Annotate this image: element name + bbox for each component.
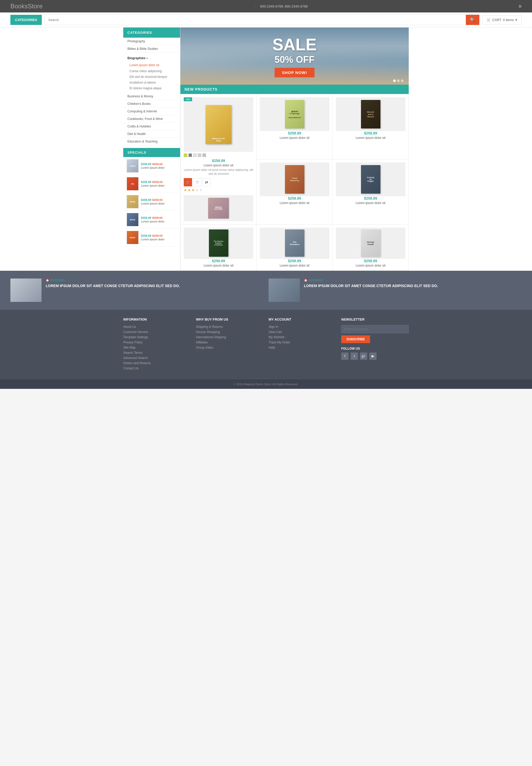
sidebar-subitem-et[interactable]: Et dolore magna alique (123, 85, 180, 91)
footer-link-orders[interactable]: Orders and Returns (123, 361, 191, 365)
sidebar-item-bibles[interactable]: Bibles & Bible Studies (123, 45, 180, 53)
swatch-yellow[interactable] (184, 153, 187, 157)
sidebar-item-cookbooks[interactable]: Cookbooks, Food & Wine (123, 115, 180, 123)
swatch-light3[interactable] (202, 153, 206, 157)
footer-my-account: MY ACCOUNT Sign In View Cart My Wishlist… (269, 317, 336, 372)
product-jesus-price: $258.89 (260, 131, 329, 135)
product-jesus-name: Lorem ipsum dolor sit (260, 136, 329, 140)
footer-link-secure[interactable]: Secure Shopping (196, 330, 263, 334)
content-area: SALE 50% OFF SHOP NOW! NEW PRODUCTS new (180, 28, 409, 271)
hamburger-menu[interactable]: ≡ (519, 3, 522, 9)
sidebar-subitem-lorem[interactable]: Lorem ipsum dolor sit (123, 62, 180, 68)
footer-link-sitemap[interactable]: Site Map (123, 346, 191, 349)
special-img-3: BOOK (126, 195, 139, 208)
footer-link-affiliates[interactable]: Affiliates (196, 341, 263, 344)
special-price-old-4: $258.96 (152, 216, 163, 219)
blog-content-2: ⏰ 01/11/2015 LOREM IPSUM DOLOR SIT AMET … (304, 279, 438, 289)
product-outsiders-img: TheOutsiders (260, 228, 329, 259)
featured-compare[interactable]: ⇄ (202, 178, 211, 186)
footer-link-contact[interactable]: Contact Us (123, 367, 191, 370)
hero-banner: SALE 50% OFF SHOP NOW! (180, 28, 409, 85)
featured-desc: Lorem ipsum dolor sit amet conse cletur … (184, 168, 253, 176)
hero-dot-2[interactable] (397, 79, 400, 82)
footer-link-about[interactable]: About Us (123, 325, 191, 329)
footer-link-customer-service[interactable]: Customer Service (123, 330, 191, 334)
blog-item-1: ⏰ 01/11/2015 LOREM IPSUM DOLOR SIT AMET … (10, 279, 263, 302)
hero-dot-1[interactable] (393, 79, 396, 82)
star-2: ★ (188, 188, 191, 192)
sidebar-item-crafts[interactable]: Crafts & Hobbies (123, 123, 180, 130)
featured-add-to-cart[interactable]: 🛒 (184, 178, 192, 186)
sidebar-item-computing[interactable]: Computing & Internet (123, 108, 180, 115)
footer-bottom: © 2015 Magento Demo Store. All Rights Re… (0, 379, 532, 389)
product-norton-img: The NortonEnglishLiterature (184, 228, 253, 259)
swatch-light2[interactable] (198, 153, 201, 157)
footer-link-view-cart[interactable]: View Cart (269, 330, 336, 334)
logo-store: Store (28, 3, 43, 10)
twitter-icon[interactable]: t (351, 353, 358, 360)
blog-date-1: ⏰ 01/11/2015 (46, 279, 180, 282)
footer-link-advanced-search[interactable]: Advanced Search (123, 356, 191, 360)
product-jesus: JESUSA PilgrimageJames Martin SJ $258.89… (257, 94, 332, 159)
star-1: ★ (184, 188, 187, 192)
newsletter-email-input[interactable] (341, 325, 409, 333)
featured-wishlist[interactable]: ♡ (193, 178, 201, 186)
sidebar-item-education[interactable]: Education & Teaching (123, 138, 180, 145)
hero-dot-3[interactable] (401, 79, 404, 82)
shop-now-button[interactable]: SHOP NOW! (275, 68, 314, 77)
special-price-new-5: $258.89 (141, 234, 151, 237)
footer-link-help[interactable]: Help (269, 346, 336, 349)
special-price-new-2: $258.89 (141, 180, 151, 184)
footer-why-buy: WHY BUY FROM US Shipping & Returns Secur… (196, 317, 263, 372)
search-input[interactable] (45, 15, 466, 25)
subscribe-button[interactable]: SUBSCRIBE (341, 335, 370, 343)
footer-link-wishlist[interactable]: My Wishlist (269, 335, 336, 339)
sidebar-item-biographies[interactable]: Biographies ▾ (123, 54, 180, 62)
facebook-icon[interactable]: f (341, 353, 349, 360)
footer-link-privacy[interactable]: Privacy Policy (123, 341, 191, 344)
sidebar-item-childrens[interactable]: Children's Books (123, 100, 180, 108)
special-info-4: $258.89 $258.96 Lorem ipsum dolor (141, 216, 177, 223)
special-img-4: BOOK (126, 213, 139, 226)
sidebar-item-business[interactable]: Business & Money (123, 93, 180, 100)
product-duggar-price: $258.89 (336, 196, 405, 200)
special-price-new-3: $258.89 (141, 198, 151, 201)
expand-icon: ▾ (146, 57, 148, 60)
googleplus-icon[interactable]: g+ (360, 353, 367, 360)
footer-link-search-terms[interactable]: Search Terms (123, 351, 191, 355)
footer-link-template-settings[interactable]: Template Settings (123, 335, 191, 339)
sidebar-subitem-incididunt[interactable]: Incididunt ut labore (123, 80, 180, 85)
cart-button[interactable]: 🛒 CART 0 items ▾ (482, 15, 522, 25)
footer-link-signin[interactable]: Sign In (269, 325, 336, 329)
sidebar-subitem-elit[interactable]: Elit sed do eiusmod tempor (123, 74, 180, 80)
footer-link-track[interactable]: Track My Order (269, 341, 336, 344)
footer-link-group-sales[interactable]: Group Sales (196, 346, 263, 349)
swatch-light[interactable] (193, 153, 197, 157)
categories-button[interactable]: CATEGORIES (10, 15, 42, 25)
logo: BooksStore (10, 3, 43, 10)
cart-dropdown-icon: ▾ (515, 18, 517, 22)
search-button[interactable]: 🔍 (466, 15, 479, 25)
hero-text: SALE 50% OFF SHOP NOW! (272, 35, 317, 77)
special-item-4: BOOK $258.89 $258.96 Lorem ipsum dolor (123, 211, 180, 229)
footer-newsletter: NEWSLETTER SUBSCRIBE FOLLOW US f t g+ ▶ (341, 317, 409, 372)
featured-product: new Heaven is forReal (181, 94, 256, 224)
sidebar-subitem-conse[interactable]: Conse cletur adipiscing (123, 68, 180, 74)
product-orwell-price: $258.89 (336, 259, 405, 263)
featured-name: Lorem ipsum dolor sit (184, 164, 253, 167)
youtube-icon[interactable]: ▶ (369, 353, 377, 360)
product-duggar-img: GrowingUpDuggar (336, 162, 405, 196)
sidebar-item-photography[interactable]: Photography (123, 38, 180, 45)
product-norton-name: Lorem ipsum dolor sit (184, 264, 253, 267)
product-duggar-name: Lorem ipsum dolor sit (336, 201, 405, 205)
footer-link-shipping[interactable]: Shipping & Returns (196, 325, 263, 329)
specials-section: SPECIALS GRAD $258.89 $258.96 Lorem ipsu… (123, 148, 180, 247)
star-3: ★ (192, 188, 195, 192)
footer-link-international[interactable]: International Shipping (196, 335, 263, 339)
blog-title-1: LOREM IPSUM DOLOR SIT AMET CONSE CTETUR … (46, 283, 180, 289)
swatch-gray[interactable] (188, 153, 192, 157)
sidebar-item-diet[interactable]: Diet & Health (123, 130, 180, 138)
special-name-5: Lorem ipsum dolor (141, 238, 177, 241)
hero-dots (393, 79, 404, 82)
sidebar-categories: CATEGORIES Photography Bibles & Bible St… (123, 28, 180, 145)
